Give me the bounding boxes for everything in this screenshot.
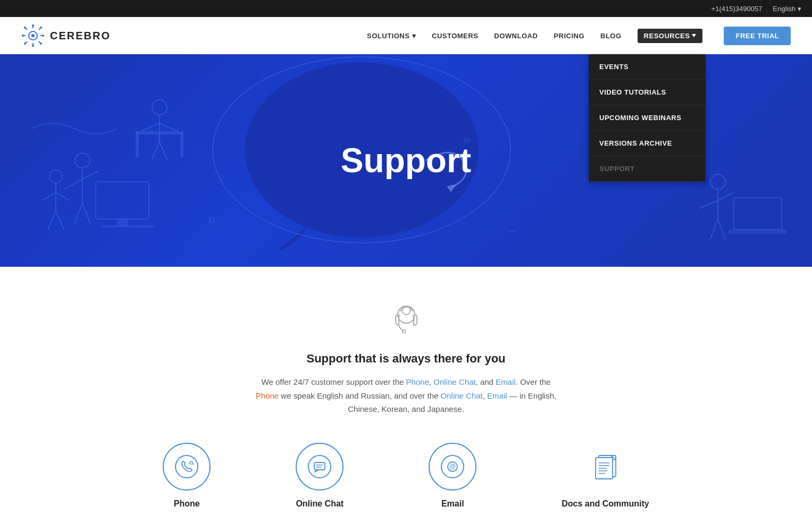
nav-download[interactable]: DOWNLOAD <box>494 32 538 40</box>
dropdown-versions-archive[interactable]: VERSIONS ARCHIVE <box>589 131 706 156</box>
svg-point-11 <box>24 27 26 29</box>
language-selector[interactable]: English ▾ <box>773 5 801 13</box>
chevron-down-icon <box>692 34 696 37</box>
topbar: +1(415)3490057 English ▾ <box>0 0 812 17</box>
svg-line-16 <box>39 41 40 43</box>
main-nav: CEREBRO SOLUTIONS ▾ CUSTOMERS DOWNLOAD P… <box>0 17 812 54</box>
nav-links: SOLUTIONS ▾ CUSTOMERS DOWNLOAD PRICING B… <box>367 27 791 45</box>
support-heading: Support that is always there for you <box>306 352 505 366</box>
phone-link[interactable]: Phone <box>406 377 429 386</box>
support-description: We offer 24/7 customer support over the … <box>256 375 556 416</box>
chat-icon <box>307 454 332 479</box>
svg-point-9 <box>42 35 44 37</box>
dropdown-upcoming-webinars[interactable]: UPCOMING WEBINARS <box>589 105 706 131</box>
phone-icon-circle <box>163 443 211 491</box>
email-channel[interactable]: @ Email <box>429 443 476 509</box>
svg-point-5 <box>32 45 34 47</box>
svg-point-7 <box>22 35 24 37</box>
dropdown-support[interactable]: SUPPORT <box>589 156 706 182</box>
svg-point-3 <box>32 24 34 27</box>
docs-icon <box>587 448 624 485</box>
svg-text:@: @ <box>449 463 456 470</box>
nav-resources[interactable]: RESOURCES <box>638 29 703 43</box>
email-label: Email <box>441 499 464 509</box>
svg-point-15 <box>24 43 26 45</box>
svg-line-14 <box>26 41 27 43</box>
online-chat-channel[interactable]: Online Chat <box>296 443 344 509</box>
svg-point-17 <box>40 43 42 45</box>
email-icon-circle: @ <box>429 443 476 491</box>
topbar-phone: +1(415)3490057 <box>711 5 763 13</box>
phone-label: Phone <box>174 499 200 509</box>
svg-line-10 <box>26 28 27 30</box>
chat-label: Online Chat <box>296 499 344 509</box>
svg-point-13 <box>40 27 42 29</box>
svg-line-12 <box>39 28 40 30</box>
free-trial-button[interactable]: FREE TRIAL <box>724 27 791 45</box>
hero-title: Support <box>341 141 471 180</box>
svg-rect-67 <box>314 462 325 470</box>
phone-channel[interactable]: Phone <box>163 443 211 509</box>
support-channels: Phone Online Chat @ <box>163 443 649 516</box>
logo[interactable]: CEREBRO <box>21 24 111 47</box>
phone-link-2[interactable]: Phone <box>256 391 279 400</box>
email-link-2[interactable]: Email <box>487 391 507 400</box>
docs-channel[interactable]: Docs and Community <box>562 443 649 509</box>
docs-label: Docs and Community <box>562 499 649 509</box>
email-link[interactable]: Email <box>496 377 516 386</box>
support-agent-icon <box>385 299 428 341</box>
nav-customers[interactable]: CUSTOMERS <box>432 32 478 40</box>
docs-icon-circle <box>582 443 630 491</box>
dropdown-video-tutorials[interactable]: VIDEO TUTORIALS <box>589 80 706 105</box>
logo-icon <box>21 24 45 47</box>
online-chat-link-2[interactable]: Online Chat <box>441 391 483 400</box>
dropdown-events[interactable]: EVENTS <box>589 54 706 80</box>
logo-text: CEREBRO <box>50 30 111 42</box>
chat-icon-circle <box>296 443 344 491</box>
email-icon: @ <box>440 454 465 479</box>
nav-solutions[interactable]: SOLUTIONS ▾ <box>367 32 416 40</box>
resources-dropdown: EVENTS VIDEO TUTORIALS UPCOMING WEBINARS… <box>589 54 706 182</box>
svg-point-65 <box>175 455 198 478</box>
online-chat-link[interactable]: Online Chat <box>433 377 475 386</box>
svg-point-66 <box>308 455 331 478</box>
nav-pricing[interactable]: PRICING <box>554 32 584 40</box>
svg-point-1 <box>31 34 35 37</box>
phone-icon <box>174 454 199 479</box>
nav-blog[interactable]: BLOG <box>600 32 622 40</box>
content-section: Support that is always there for you We … <box>0 267 812 515</box>
